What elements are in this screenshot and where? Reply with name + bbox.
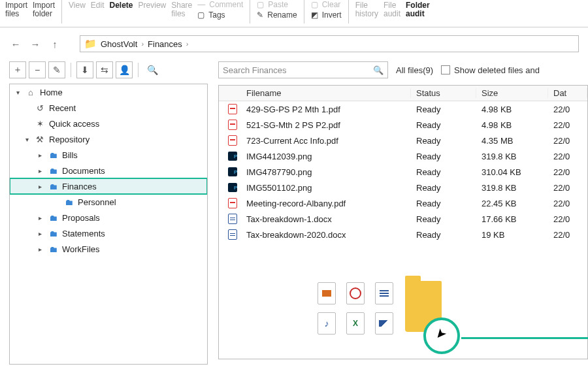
breadcrumb-current[interactable]: Finances (148, 39, 182, 49)
file-audit-button[interactable]: File audit (384, 0, 400, 18)
file-status: Ready (411, 120, 476, 130)
show-deleted-checkbox[interactable] (441, 65, 450, 74)
tree-item-bills[interactable]: ▸ 🖿 Bills (10, 147, 207, 163)
ps-icon (228, 167, 237, 176)
chevron-right-icon: › (186, 40, 189, 48)
file-history-button[interactable]: File history (355, 0, 378, 18)
file-row[interactable]: Meeting-record-Albany.pdfReady22.45 KB22… (219, 195, 587, 211)
tags-button[interactable]: ▢Tags (197, 10, 243, 20)
tree-item-workfiles[interactable]: ▸ 🖿 WorkFiles (10, 241, 207, 257)
view-button[interactable]: View (69, 0, 86, 10)
nav-up-button[interactable]: ↑ (48, 39, 61, 50)
search-icon: 🔍 (373, 65, 384, 75)
doc-icon (228, 214, 237, 224)
user-access-button[interactable]: 👤 (116, 61, 133, 78)
file-row[interactable]: IMG4412039.pngReady319.8 KB22/0 (219, 148, 587, 164)
expand-icon[interactable]: ▸ (36, 230, 44, 237)
folder-icon: 📁 (84, 38, 97, 50)
file-status: Ready (411, 136, 476, 146)
comment-button[interactable]: —Comment (197, 0, 243, 9)
file-row[interactable]: 429-SG-PS P2 Mth 1.pdfReady4.98 KB22/0 (219, 101, 587, 117)
file-status: Ready (411, 183, 476, 193)
file-size: 319.8 KB (476, 152, 548, 161)
pencil-icon: ✎ (257, 10, 263, 20)
new-folder-button[interactable]: ＋ (9, 61, 26, 78)
file-row[interactable]: Tax-breakdown-2020.docxReady19 KB22/0 (219, 227, 587, 242)
file-row[interactable]: IMG4787790.pngReady310.04 KB22/0 (219, 164, 587, 180)
file-row[interactable]: Tax-breakdown-1.docxReady17.66 KB22/0 (219, 211, 587, 227)
file-date: 22/0 (548, 214, 587, 224)
pdf-icon (228, 120, 237, 130)
pdf-icon (228, 198, 237, 208)
breadcrumb[interactable]: 📁 GhostVolt › Finances › (80, 35, 579, 52)
file-size: 310.04 KB (476, 167, 548, 177)
search-input[interactable]: Search Finances 🔍 (218, 61, 388, 78)
file-name: Tax-breakdown-2020.docx (241, 230, 411, 240)
file-date: 22/0 (548, 199, 587, 208)
file-name: IMG5501102.png (241, 183, 411, 193)
col-filename[interactable]: Filename (241, 88, 411, 98)
preview-button[interactable]: Preview (139, 0, 167, 10)
col-size[interactable]: Size (476, 88, 548, 98)
paste-button[interactable]: ▢Paste (257, 0, 297, 9)
file-row[interactable]: 521-SG-Mth 2 PS P2.pdfReady4.98 KB22/0 (219, 117, 587, 133)
tree-recent[interactable]: ↺ Recent (10, 100, 207, 116)
col-status[interactable]: Status (411, 88, 476, 98)
file-name: Meeting-record-Albany.pdf (241, 199, 411, 208)
share-files-button[interactable]: Share files (171, 0, 192, 18)
expand-icon[interactable]: ▸ (36, 183, 44, 190)
file-row[interactable]: 723-Current Acc Info.pdfReady4.35 MB22/0 (219, 133, 587, 148)
download-button[interactable]: ⬇ (76, 61, 93, 78)
delete-folder-button[interactable]: − (29, 61, 46, 78)
import-files-button[interactable]: Import files (5, 0, 27, 18)
breadcrumb-root[interactable]: GhostVolt (101, 39, 137, 49)
tree-item-documents[interactable]: ▸ 🖿 Documents (10, 163, 207, 178)
invert-selection-button[interactable]: ◩Invert (311, 10, 342, 20)
file-size: 4.98 KB (476, 120, 548, 130)
expand-icon[interactable]: ▸ (36, 246, 44, 253)
file-date: 22/0 (548, 167, 587, 177)
delete-button[interactable]: Delete (110, 0, 133, 10)
folder-icon: 🖿 (48, 244, 58, 254)
rename-button[interactable]: ✎Rename (257, 10, 297, 20)
edit-button[interactable]: Edit (91, 0, 105, 10)
chevron-right-icon: › (141, 40, 144, 48)
file-size: 4.35 MB (476, 136, 548, 146)
share-button[interactable]: ⇆ (96, 61, 113, 78)
search-tree-button[interactable]: 🔍 (144, 61, 161, 78)
expand-icon[interactable]: ▸ (36, 214, 44, 221)
nav-back-button[interactable]: ← (9, 39, 22, 50)
collapse-icon[interactable]: ▾ (23, 136, 31, 143)
file-name: IMG4412039.png (241, 152, 411, 161)
collapse-icon[interactable]: ▾ (14, 89, 22, 96)
expand-icon[interactable]: ▸ (36, 167, 44, 174)
file-size: 17.66 KB (476, 214, 548, 224)
nav-forward-button[interactable]: → (29, 39, 42, 50)
folder-icon: 🖿 (48, 166, 58, 176)
tree-home[interactable]: ▾ ⌂ Home (10, 84, 207, 100)
col-date[interactable]: Dat (548, 88, 587, 98)
file-row[interactable]: IMG5501102.pngReady319.8 KB22/0 (219, 180, 587, 195)
tree-quick-access[interactable]: ✶ Quick access (10, 116, 207, 131)
invert-icon: ◩ (311, 10, 318, 20)
file-status: Ready (411, 230, 476, 240)
file-name: 429-SG-PS P2 Mth 1.pdf (241, 105, 411, 114)
tree-item-statements[interactable]: ▸ 🖿 Statements (10, 225, 207, 241)
tree-item-finances[interactable]: ▸ 🖿 Finances (10, 178, 207, 194)
file-list: Filename Status Size Dat 429-SG-PS P2 Mt… (218, 85, 588, 359)
clear-selection-button[interactable]: ▢Clear (311, 0, 342, 9)
import-folder-button[interactable]: Import folder (33, 0, 55, 18)
folder-icon: 🖿 (63, 197, 74, 207)
star-icon: ✶ (35, 119, 45, 129)
folder-audit-button[interactable]: Folder audit (406, 0, 430, 18)
doc-icon (228, 229, 237, 240)
tree-repository[interactable]: ▾ ⚒︎ Repository (10, 131, 207, 147)
file-date: 22/0 (548, 152, 587, 161)
file-size: 19 KB (476, 230, 548, 240)
folder-icon: 🖿 (48, 213, 58, 223)
tree-item-proposals[interactable]: ▸ 🖿 Proposals (10, 210, 207, 225)
expand-icon[interactable]: ▸ (36, 152, 44, 159)
rename-folder-button[interactable]: ✎ (48, 61, 65, 78)
tree-item-personnel[interactable]: 🖿 Personnel (10, 194, 207, 210)
file-filter[interactable]: All files(9) (392, 65, 437, 75)
